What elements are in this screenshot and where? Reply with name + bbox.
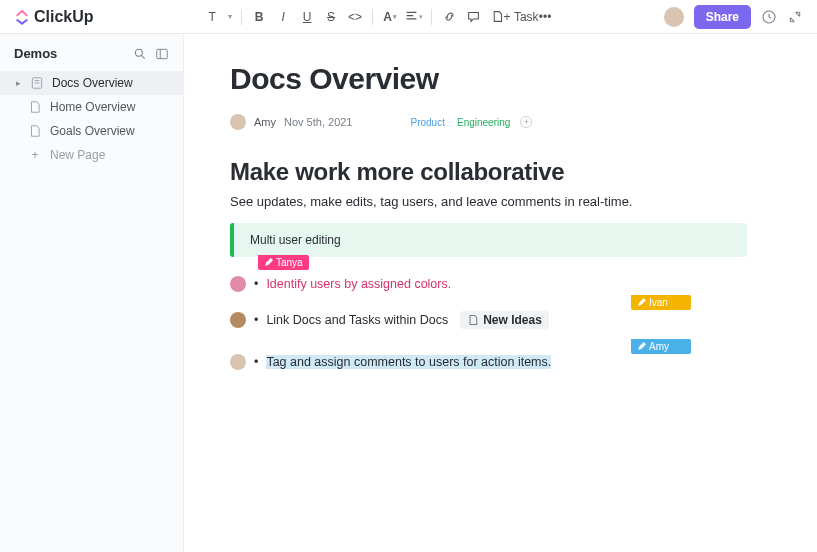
clickup-logo-icon: [14, 9, 30, 25]
sidebar-item-home-overview[interactable]: Home Overview: [0, 95, 183, 119]
code-button[interactable]: <>: [344, 6, 366, 28]
collapse-sidebar-icon[interactable]: [155, 47, 169, 61]
sidebar: Demos ▸ Docs Overview Home Overview Goal…: [0, 34, 184, 552]
add-task-button[interactable]: + Task: [510, 6, 532, 28]
share-button[interactable]: Share: [694, 5, 751, 29]
comment-button[interactable]: [462, 6, 484, 28]
doc-icon: [467, 314, 479, 326]
linked-doc-chip[interactable]: New Ideas: [460, 311, 549, 329]
callout-block[interactable]: Multi user editing: [230, 223, 747, 257]
sidebar-item-label: Goals Overview: [50, 124, 135, 138]
collab-line-tanya[interactable]: Tanya • Identify users by assigned color…: [230, 273, 747, 295]
more-button[interactable]: •••: [534, 6, 556, 28]
pencil-icon: [637, 298, 646, 307]
bold-button[interactable]: B: [248, 6, 270, 28]
line-text: Identify users by assigned colors.: [266, 277, 451, 291]
section-subtext[interactable]: See updates, make edits, tag users, and …: [230, 194, 747, 209]
line-text: Link Docs and Tasks within Docs: [266, 313, 448, 327]
align-button[interactable]: ▾: [403, 6, 425, 28]
search-icon[interactable]: [133, 47, 147, 61]
presence-badge-amy: Amy: [631, 339, 691, 354]
line-text: Tag and assign comments to users for act…: [266, 355, 551, 369]
new-page-label: New Page: [50, 148, 105, 162]
avatar-ivan: [230, 312, 246, 328]
doc-landing-icon: [30, 76, 44, 90]
presence-badge-tanya: Tanya: [258, 255, 309, 270]
pencil-icon: [637, 342, 646, 351]
doc-icon: [28, 124, 42, 138]
doc-icon: [28, 100, 42, 114]
strikethrough-button[interactable]: S: [320, 6, 342, 28]
sidebar-item-label: Home Overview: [50, 100, 135, 114]
pencil-icon: [264, 258, 273, 267]
brand-name: ClickUp: [34, 8, 94, 26]
doc-date: Nov 5th, 2021: [284, 116, 353, 128]
text-style-caret[interactable]: ▾: [225, 6, 235, 28]
expand-icon[interactable]: [787, 9, 803, 25]
logo[interactable]: ClickUp: [14, 8, 94, 26]
bullet: •: [254, 355, 258, 369]
sidebar-item-goals-overview[interactable]: Goals Overview: [0, 119, 183, 143]
author-avatar[interactable]: [230, 114, 246, 130]
bullet: •: [254, 313, 258, 327]
add-tag-button[interactable]: +: [520, 116, 532, 128]
sidebar-title: Demos: [14, 46, 125, 61]
link-button[interactable]: [438, 6, 460, 28]
collab-line-ivan[interactable]: Ivan • Link Docs and Tasks within Docs N…: [230, 309, 747, 331]
doc-meta: Amy Nov 5th, 2021 Product Engineering +: [230, 114, 747, 130]
collab-line-amy[interactable]: Amy • Tag and assign comments to users f…: [230, 351, 747, 373]
sidebar-item-docs-overview[interactable]: ▸ Docs Overview: [0, 71, 183, 95]
plus-icon: +: [28, 148, 42, 162]
caret-icon: ▸: [16, 78, 22, 88]
avatar-amy: [230, 354, 246, 370]
tag-engineering[interactable]: Engineering: [455, 116, 512, 129]
author-name: Amy: [254, 116, 276, 128]
formatting-toolbar: T ▾ B I U S <> A▾ ▾ + Task •••: [201, 6, 556, 28]
section-heading[interactable]: Make work more collaborative: [230, 158, 747, 186]
text-color-button[interactable]: A▾: [379, 6, 401, 28]
history-icon[interactable]: [761, 9, 777, 25]
topbar: ClickUp T ▾ B I U S <> A▾ ▾ + Task ••• S…: [0, 0, 817, 34]
svg-point-1: [135, 49, 142, 56]
document-area: Docs Overview Amy Nov 5th, 2021 Product …: [184, 34, 817, 552]
sidebar-item-label: Docs Overview: [52, 76, 133, 90]
new-page-button[interactable]: + New Page: [0, 143, 183, 167]
italic-button[interactable]: I: [272, 6, 294, 28]
user-avatar[interactable]: [664, 7, 684, 27]
right-actions: Share: [664, 5, 803, 29]
svg-rect-2: [157, 49, 168, 58]
text-style-dropdown[interactable]: T: [201, 6, 223, 28]
underline-button[interactable]: U: [296, 6, 318, 28]
bullet: •: [254, 277, 258, 291]
avatar-tanya: [230, 276, 246, 292]
doc-title[interactable]: Docs Overview: [230, 62, 747, 96]
callout-text: Multi user editing: [250, 233, 341, 247]
tag-product[interactable]: Product: [409, 116, 447, 129]
presence-badge-ivan: Ivan: [631, 295, 691, 310]
